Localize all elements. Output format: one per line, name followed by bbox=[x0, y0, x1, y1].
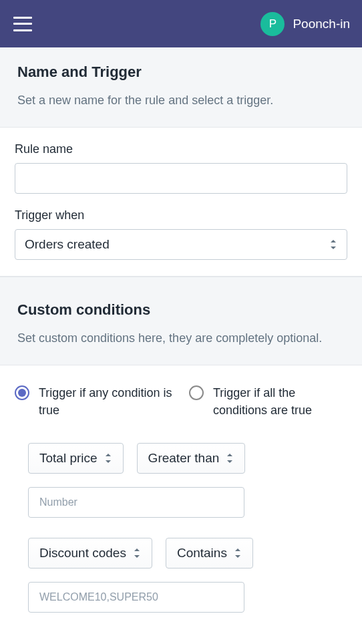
updown-icon bbox=[329, 240, 337, 249]
radio-any-label: Trigger if any condition is true bbox=[39, 384, 173, 419]
trigger-when-label: Trigger when bbox=[15, 208, 347, 222]
menu-icon[interactable] bbox=[13, 17, 32, 31]
condition-field-value: Discount codes bbox=[39, 546, 126, 560]
updown-icon bbox=[104, 454, 112, 463]
radio-all-label: Trigger if all the conditions are true bbox=[213, 384, 347, 419]
radio-icon bbox=[189, 385, 204, 400]
trigger-when-value: Orders created bbox=[25, 237, 329, 252]
radio-any-condition[interactable]: Trigger if any condition is true bbox=[15, 384, 173, 419]
conditions-body: Trigger if any condition is true Trigger… bbox=[0, 365, 362, 639]
condition-field-select[interactable]: Discount codes bbox=[28, 538, 152, 569]
updown-icon bbox=[234, 548, 242, 558]
section-title: Custom conditions bbox=[17, 301, 345, 319]
condition-mode-radio-group: Trigger if any condition is true Trigger… bbox=[15, 384, 347, 419]
conditions-header: Custom conditions Set custom conditions … bbox=[0, 277, 362, 365]
updown-icon bbox=[133, 548, 141, 558]
condition-operator-value: Greater than bbox=[148, 451, 220, 466]
avatar: P bbox=[260, 12, 285, 36]
radio-all-conditions[interactable]: Trigger if all the conditions are true bbox=[189, 384, 347, 419]
section-title: Name and Trigger bbox=[17, 63, 345, 81]
condition-operator-select[interactable]: Greater than bbox=[137, 443, 246, 474]
condition-row: Discount codes Contains bbox=[15, 538, 347, 613]
condition-field-value: Total price bbox=[39, 451, 98, 466]
username-label: Poonch-in bbox=[293, 17, 350, 31]
condition-value-input[interactable] bbox=[28, 487, 244, 518]
condition-operator-value: Contains bbox=[177, 546, 227, 560]
name-trigger-header: Name and Trigger Set a new name for the … bbox=[0, 47, 362, 128]
condition-operator-select[interactable]: Contains bbox=[166, 538, 253, 569]
user-menu[interactable]: P Poonch-in bbox=[260, 12, 350, 36]
name-trigger-form: Rule name Trigger when Orders created bbox=[0, 128, 362, 276]
condition-value-input[interactable] bbox=[28, 582, 244, 613]
trigger-when-select[interactable]: Orders created bbox=[15, 229, 347, 260]
condition-row: Total price Greater than bbox=[15, 443, 347, 518]
app-header: P Poonch-in bbox=[0, 0, 362, 47]
condition-field-select[interactable]: Total price bbox=[28, 443, 124, 474]
section-desc: Set custom conditions here, they are com… bbox=[17, 329, 345, 347]
section-desc: Set a new name for the rule and select a… bbox=[17, 92, 345, 110]
rule-name-input[interactable] bbox=[15, 163, 347, 194]
rule-name-label: Rule name bbox=[15, 142, 347, 156]
updown-icon bbox=[226, 454, 234, 463]
radio-icon bbox=[15, 385, 29, 400]
